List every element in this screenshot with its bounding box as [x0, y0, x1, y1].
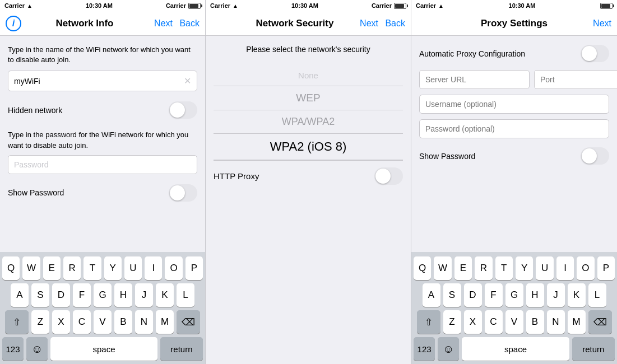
key-x[interactable]: X [52, 310, 70, 334]
key-s[interactable]: S [31, 283, 49, 307]
password-proxy-input[interactable] [419, 119, 609, 138]
hidden-network-toggle[interactable] [169, 101, 197, 119]
key-shift-3[interactable]: ⇧ [417, 310, 440, 334]
next-button-1[interactable]: Next [148, 18, 173, 29]
key-c[interactable]: C [73, 310, 91, 334]
nav-bar-3: Proxy Settings Next [411, 11, 617, 36]
back-button-1[interactable]: Back [175, 18, 200, 29]
panel-proxy-settings: Carrier ▲ 10:30 AM Proxy Settings Next A… [411, 0, 617, 364]
key-t[interactable]: T [83, 256, 101, 280]
status-bar-left-3: Carrier ▲ [416, 2, 444, 9]
key-t-3[interactable]: T [495, 256, 513, 280]
server-url-input[interactable] [419, 70, 530, 89]
key-u[interactable]: U [124, 256, 142, 280]
next-button-3[interactable]: Next [587, 18, 611, 29]
key-row-1-2: A S D F G H J K L [2, 283, 203, 307]
key-x-3[interactable]: X [464, 310, 482, 334]
key-return-1[interactable]: return [160, 337, 203, 361]
key-k[interactable]: K [156, 283, 174, 307]
key-k-3[interactable]: K [568, 283, 586, 307]
key-row-3-1: Q W E R T Y U I O P [414, 256, 615, 280]
panel-network-security: Carrier ▲ 10:30 AM Carrier Network Secur… [206, 0, 411, 364]
time-label-2: 10:30 AM [291, 2, 318, 9]
key-e[interactable]: E [43, 256, 61, 280]
key-g-3[interactable]: G [505, 283, 523, 307]
auto-proxy-toggle[interactable] [581, 45, 609, 62]
key-p-3[interactable]: P [597, 256, 615, 280]
key-e-3[interactable]: E [454, 256, 472, 280]
status-bar-left-1: Carrier ▲ [4, 2, 33, 9]
password-input[interactable] [14, 160, 191, 169]
security-option-wpa2[interactable]: WPA2 (iOS 8) [214, 134, 403, 161]
key-r-3[interactable]: R [475, 256, 492, 280]
key-j[interactable]: J [135, 283, 153, 307]
key-f[interactable]: F [73, 283, 91, 307]
key-h-3[interactable]: H [526, 283, 544, 307]
key-i-3[interactable]: I [556, 256, 574, 280]
key-q[interactable]: Q [2, 256, 20, 280]
key-l-3[interactable]: L [588, 283, 606, 307]
key-emoji-3[interactable]: ☺ [438, 337, 459, 361]
key-w-3[interactable]: W [434, 256, 451, 280]
key-num-3[interactable]: 123 [414, 337, 435, 361]
security-option-wpa[interactable]: WPA/WPA2 [214, 110, 403, 134]
key-space-1[interactable]: space [50, 337, 157, 361]
key-delete-3[interactable]: ⌫ [588, 310, 612, 334]
key-r[interactable]: R [63, 256, 81, 280]
key-row-1-3: ⇧ Z X C V B N M ⌫ [2, 310, 203, 334]
show-password-toggle-3[interactable] [581, 147, 609, 165]
key-n[interactable]: N [135, 310, 153, 334]
key-y[interactable]: Y [104, 256, 122, 280]
clear-icon[interactable]: ✕ [184, 76, 191, 86]
key-v-3[interactable]: V [505, 310, 523, 334]
key-m[interactable]: M [156, 310, 174, 334]
key-b[interactable]: B [114, 310, 132, 334]
key-w[interactable]: W [22, 256, 40, 280]
key-f-3[interactable]: F [485, 283, 503, 307]
key-a-3[interactable]: A [423, 283, 440, 307]
show-password-toggle-1[interactable] [169, 184, 197, 202]
key-i[interactable]: I [145, 256, 162, 280]
toggle-thumb-hidden [170, 102, 185, 118]
key-emoji-1[interactable]: ☺ [26, 337, 48, 361]
key-z-3[interactable]: Z [443, 310, 461, 334]
key-m-3[interactable]: M [568, 310, 586, 334]
username-input[interactable] [419, 95, 609, 114]
key-d[interactable]: D [52, 283, 70, 307]
info-button-1[interactable]: i [6, 16, 21, 31]
key-n-3[interactable]: N [547, 310, 565, 334]
next-button-2[interactable]: Next [354, 18, 378, 29]
network-name-input[interactable] [14, 77, 182, 86]
key-num-1[interactable]: 123 [2, 337, 24, 361]
key-shift[interactable]: ⇧ [5, 310, 29, 334]
key-y-3[interactable]: Y [516, 256, 533, 280]
http-proxy-label: HTTP Proxy [214, 171, 259, 181]
security-option-none[interactable]: None [214, 65, 403, 86]
key-return-3[interactable]: return [572, 337, 615, 361]
key-u-3[interactable]: U [536, 256, 553, 280]
port-input[interactable] [534, 70, 617, 89]
key-o[interactable]: O [165, 256, 182, 280]
security-option-wep[interactable]: WEP [214, 86, 403, 110]
key-d-3[interactable]: D [464, 283, 482, 307]
show-password-label-3: Show Password [419, 152, 475, 161]
nav-title-3: Proxy Settings [442, 18, 587, 29]
key-p[interactable]: P [185, 256, 203, 280]
password-field-row [8, 155, 197, 174]
back-button-2[interactable]: Back [381, 18, 405, 29]
http-proxy-toggle[interactable] [374, 167, 403, 185]
key-a[interactable]: A [11, 283, 29, 307]
key-l[interactable]: L [177, 283, 194, 307]
key-o-3[interactable]: O [577, 256, 594, 280]
key-delete[interactable]: ⌫ [177, 310, 200, 334]
key-b-3[interactable]: B [526, 310, 544, 334]
key-v[interactable]: V [94, 310, 112, 334]
key-j-3[interactable]: J [547, 283, 565, 307]
key-s-3[interactable]: S [443, 283, 461, 307]
key-space-3[interactable]: space [462, 337, 569, 361]
key-z[interactable]: Z [31, 310, 49, 334]
key-g[interactable]: G [94, 283, 112, 307]
key-c-3[interactable]: C [485, 310, 503, 334]
key-h[interactable]: H [114, 283, 132, 307]
key-q-3[interactable]: Q [414, 256, 431, 280]
